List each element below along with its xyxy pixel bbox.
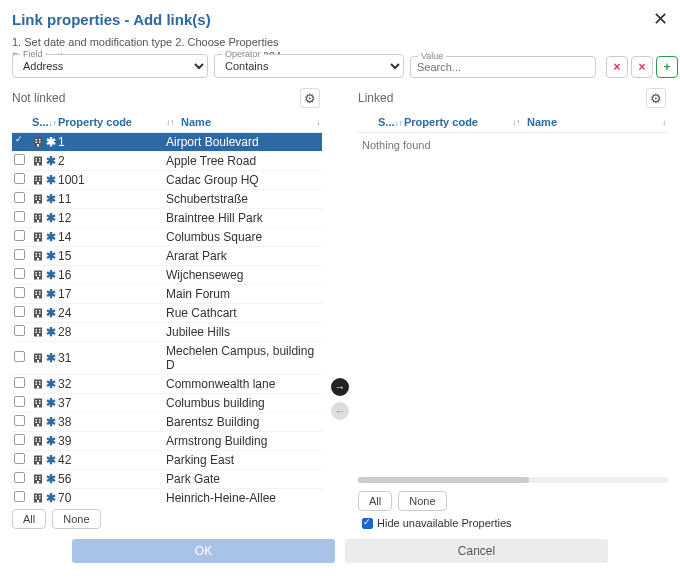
property-name: Airport Boulevard	[166, 135, 320, 149]
table-row[interactable]: ✱14Columbus Square	[12, 228, 322, 247]
close-icon[interactable]: ✕	[653, 8, 668, 30]
table-row[interactable]: ✱37Columbus building	[12, 394, 322, 413]
property-name: Park Gate	[166, 472, 320, 486]
cancel-button[interactable]: Cancel	[345, 539, 608, 563]
col-name[interactable]: Name	[181, 116, 211, 128]
svg-rect-41	[36, 256, 38, 258]
row-checkbox[interactable]	[14, 173, 25, 184]
remove-filter-button[interactable]: ×	[631, 56, 653, 78]
select-none-button[interactable]: None	[398, 491, 446, 511]
row-checkbox[interactable]	[14, 377, 25, 388]
row-checkbox[interactable]	[14, 453, 25, 464]
select-none-button[interactable]: None	[52, 509, 100, 529]
row-checkbox[interactable]	[14, 325, 25, 336]
ok-button[interactable]: OK	[72, 539, 335, 563]
property-code: 12	[58, 211, 166, 225]
svg-rect-111	[36, 495, 38, 497]
col-code[interactable]: Property code	[58, 116, 132, 128]
property-code: 24	[58, 306, 166, 320]
svg-rect-58	[39, 310, 41, 312]
svg-rect-90	[39, 422, 41, 424]
row-checkbox[interactable]	[14, 249, 25, 260]
property-name: Jubilee Hills	[166, 325, 320, 339]
col-s[interactable]: S...	[32, 116, 49, 128]
svg-rect-77	[36, 384, 38, 386]
row-checkbox[interactable]	[14, 472, 25, 483]
row-checkbox[interactable]	[14, 154, 25, 165]
row-checkbox[interactable]	[14, 268, 25, 279]
table-row[interactable]: ✱16Wijchenseweg	[12, 266, 322, 285]
building-icon	[32, 454, 44, 466]
clear-filter-button[interactable]: ×	[606, 56, 628, 78]
svg-rect-19	[37, 182, 39, 185]
gear-icon[interactable]: ⚙	[646, 88, 666, 108]
row-checkbox[interactable]	[14, 192, 25, 203]
select-all-button[interactable]: All	[358, 491, 392, 511]
building-icon	[32, 378, 44, 390]
property-code: 1001	[58, 173, 166, 187]
svg-rect-47	[36, 275, 38, 277]
not-linked-title: Not linked	[12, 91, 65, 105]
row-checkbox[interactable]	[14, 415, 25, 426]
row-checkbox[interactable]	[14, 287, 25, 298]
add-filter-button[interactable]: +	[656, 56, 678, 78]
building-icon	[32, 473, 44, 485]
move-right-button[interactable]: →	[331, 378, 349, 396]
building-icon	[32, 231, 44, 243]
table-row[interactable]: ✱24Rue Cathcart	[12, 304, 322, 323]
property-name: Rue Cathcart	[166, 306, 320, 320]
building-icon	[32, 193, 44, 205]
table-row[interactable]: ✱1Airport Boulevard	[12, 133, 322, 152]
col-name[interactable]: Name	[527, 116, 557, 128]
table-row[interactable]: ✱39Armstrong Building	[12, 432, 322, 451]
property-name: Schubertstraße	[166, 192, 320, 206]
row-checkbox[interactable]	[14, 396, 25, 407]
row-checkbox[interactable]	[14, 491, 25, 502]
table-row[interactable]: ✱11Schubertstraße	[12, 190, 322, 209]
row-checkbox[interactable]	[14, 434, 25, 445]
svg-rect-61	[37, 315, 39, 318]
table-row[interactable]: ✱56Park Gate	[12, 470, 322, 489]
table-row[interactable]: ✱28Jubilee Hills	[12, 323, 322, 342]
select-all-button[interactable]: All	[12, 509, 46, 529]
table-row[interactable]: ✱1001Cadac Group HQ	[12, 171, 322, 190]
table-row[interactable]: ✱31Mechelen Campus, building D	[12, 342, 322, 375]
row-checkbox[interactable]	[14, 135, 25, 146]
building-icon	[32, 174, 44, 186]
row-checkbox[interactable]	[14, 211, 25, 222]
svg-rect-9	[36, 158, 38, 160]
star-icon: ✱	[46, 351, 56, 365]
svg-rect-7	[37, 144, 39, 147]
table-row[interactable]: ✱32Commonwealth lane	[12, 375, 322, 394]
table-row[interactable]: ✱38Barentsz Building	[12, 413, 322, 432]
table-row[interactable]: ✱70Heinrich-Heine-Allee	[12, 489, 322, 503]
svg-rect-66	[39, 332, 41, 334]
table-row[interactable]: ✱12Braintree Hill Park	[12, 209, 322, 228]
gear-icon[interactable]: ⚙	[300, 88, 320, 108]
table-row[interactable]: ✱42Parking East	[12, 451, 322, 470]
col-code[interactable]: Property code	[404, 116, 478, 128]
property-code: 39	[58, 434, 166, 448]
svg-rect-4	[39, 139, 41, 141]
hide-unavailable-checkbox[interactable]	[362, 518, 373, 529]
row-checkbox[interactable]	[14, 306, 25, 317]
svg-rect-72	[39, 358, 41, 360]
row-checkbox[interactable]	[14, 230, 25, 241]
row-checkbox[interactable]	[14, 351, 25, 362]
property-name: Columbus building	[166, 396, 320, 410]
star-icon: ✱	[46, 377, 56, 391]
svg-rect-23	[36, 199, 38, 201]
table-row[interactable]: ✱17Main Forum	[12, 285, 322, 304]
table-row[interactable]: ✱15Ararat Park	[12, 247, 322, 266]
svg-rect-89	[36, 422, 38, 424]
col-s[interactable]: S...	[378, 116, 395, 128]
svg-rect-59	[36, 313, 38, 315]
svg-rect-106	[39, 476, 41, 478]
svg-rect-109	[37, 481, 39, 484]
svg-rect-28	[39, 215, 41, 217]
dialog-title: Link properties - Add link(s)	[12, 11, 211, 28]
svg-rect-31	[37, 220, 39, 223]
horizontal-scrollbar[interactable]	[358, 477, 668, 483]
value-label: Value	[418, 51, 446, 61]
table-row[interactable]: ✱2Apple Tree Road	[12, 152, 322, 171]
